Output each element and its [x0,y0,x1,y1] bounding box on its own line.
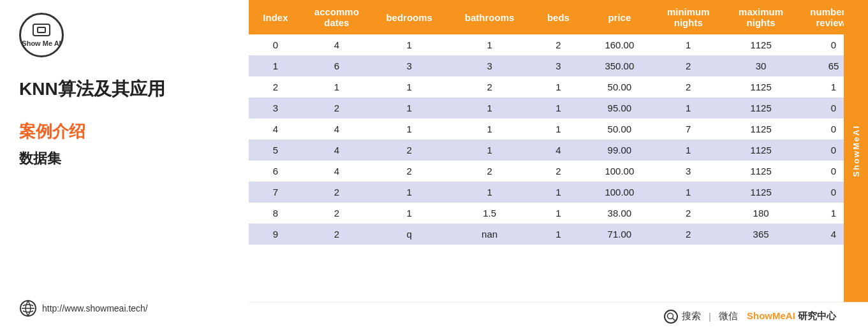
table-row: 64222100.00311250 [249,161,868,182]
cell-price: 71.00 [585,224,654,245]
cell-price: 38.00 [585,203,654,224]
website-row: http://www.showmeai.tech/ [19,299,148,317]
cell-index: 7 [249,182,302,203]
logo-icon [33,24,50,36]
table-row: 04112160.00111250 [249,34,868,55]
cell-bedrooms: 1 [371,34,448,55]
cell-accommodates: 6 [302,55,371,76]
logo-icon-inner [37,27,46,33]
cell-price: 350.00 [585,55,654,76]
cell-accommodates: 4 [302,140,371,161]
cell-price: 50.00 [585,76,654,97]
cell-accommodates: 4 [302,161,371,182]
cell-beds: 2 [532,161,585,182]
table-wrapper: Index accommodates bedrooms bathrooms be… [249,0,868,302]
cell-bathrooms: 1 [448,118,532,140]
content-area: Index accommodates bedrooms bathrooms be… [249,0,868,330]
cell-max_nights: 1125 [723,34,799,55]
footer-brand: ShowMeAI 研究中心 [747,310,836,322]
cell-beds: 1 [532,182,585,203]
cell-accommodates: 2 [302,182,371,203]
cell-price: 95.00 [585,97,654,118]
cell-accommodates: 4 [302,34,371,55]
table-row: 72111100.00111250 [249,182,868,203]
table-row: 3211195.00111250 [249,97,868,118]
cell-price: 50.00 [585,118,654,140]
cell-max_nights: 30 [723,55,799,76]
cell-bedrooms: 1 [371,76,448,97]
cell-bathrooms: nan [448,224,532,245]
table-row: 8211.5138.0021801 [249,203,868,224]
cell-index: 0 [249,34,302,55]
cell-min_nights: 2 [654,76,723,97]
website-url[interactable]: http://www.showmeai.tech/ [42,303,148,313]
footer-bar: 搜索 | 微信 ShowMeAI 研究中心 [249,302,868,330]
cell-max_nights: 1125 [723,118,799,140]
table-row: 4411150.00711250 [249,118,868,140]
header-price: price [585,0,654,34]
cell-bedrooms: 1 [371,118,448,140]
cell-bedrooms: 2 [371,140,448,161]
cell-index: 9 [249,224,302,245]
table-row: 16333350.0023065 [249,55,868,76]
cell-bathrooms: 3 [448,55,532,76]
footer-search-area: 搜索 | 微信 ShowMeAI 研究中心 [664,310,836,324]
cell-index: 2 [249,76,302,97]
data-table: Index accommodates bedrooms bathrooms be… [249,0,868,245]
cell-accommodates: 2 [302,203,371,224]
cell-bedrooms: 2 [371,161,448,182]
cell-max_nights: 1125 [723,182,799,203]
cell-accommodates: 2 [302,224,371,245]
cell-price: 100.00 [585,161,654,182]
cell-max_nights: 1125 [723,97,799,118]
main-title: KNN算法及其应用 [19,76,230,101]
cell-accommodates: 1 [302,76,371,97]
footer-divider: | [709,311,711,322]
header-beds: beds [532,0,585,34]
header-bathrooms: bathrooms [448,0,532,34]
cell-bedrooms: q [371,224,448,245]
header-max-nights: maximumnights [723,0,799,34]
cell-max_nights: 180 [723,203,799,224]
cell-bathrooms: 1.5 [448,203,532,224]
cell-beds: 3 [532,55,585,76]
cell-min_nights: 3 [654,161,723,182]
cell-beds: 4 [532,140,585,161]
cell-bathrooms: 2 [448,161,532,182]
section-label: 案例介绍 [19,120,230,143]
cell-index: 4 [249,118,302,140]
header-accommodates: accommodates [302,0,371,34]
table-row: 92qnan171.0023654 [249,224,868,245]
cell-bedrooms: 1 [371,97,448,118]
sub-label: 数据集 [19,149,230,168]
wechat-label: 微信 [719,310,738,322]
table-row: 2112150.00211251 [249,76,868,97]
orange-accent: ShowMeAI [844,0,868,302]
cell-bathrooms: 1 [448,182,532,203]
cell-max_nights: 1125 [723,76,799,97]
cell-min_nights: 7 [654,118,723,140]
cell-min_nights: 2 [654,224,723,245]
cell-index: 8 [249,203,302,224]
logo-circle: Show Me AI [19,13,64,57]
cell-index: 5 [249,140,302,161]
cell-index: 3 [249,97,302,118]
logo-area: Show Me AI [19,13,230,57]
cell-beds: 1 [532,76,585,97]
svg-line-2 [673,318,675,320]
cell-bathrooms: 2 [448,76,532,97]
cell-bedrooms: 1 [371,182,448,203]
cell-bathrooms: 1 [448,97,532,118]
website-icon [19,299,37,317]
cell-bedrooms: 1 [371,203,448,224]
cell-max_nights: 1125 [723,161,799,182]
cell-price: 99.00 [585,140,654,161]
header-bedrooms: bedrooms [371,0,448,34]
cell-accommodates: 2 [302,97,371,118]
cell-beds: 1 [532,97,585,118]
cell-bathrooms: 1 [448,140,532,161]
cell-beds: 2 [532,34,585,55]
cell-beds: 1 [532,118,585,140]
cell-beds: 1 [532,203,585,224]
logo-label: Show Me AI [22,39,61,47]
